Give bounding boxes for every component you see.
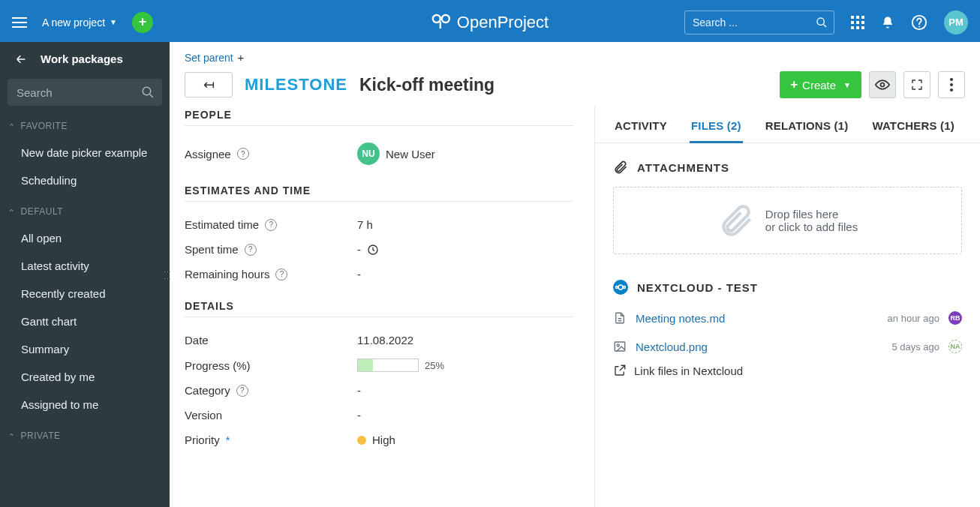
field-estimated-time[interactable]: Estimated time? 7 h [185,212,573,237]
wp-title[interactable]: Kick-off meeting [359,75,495,95]
global-create-button[interactable]: + [132,12,153,33]
set-parent-link[interactable]: Set parent + [170,42,980,67]
chevron-up-icon: ⌄ [8,122,15,131]
field-value: - [357,243,361,256]
svg-point-15 [881,83,885,87]
progress-bar [357,358,419,372]
create-button[interactable]: + Create ▼ [780,71,861,98]
field-assignee[interactable]: Assignee? NU New User [185,136,573,171]
wp-back-button[interactable]: ↤ [185,72,233,98]
field-remaining-hours[interactable]: Remaining hours? - [185,262,573,286]
app-logo[interactable]: OpenProject [431,13,549,32]
file-time: 5 days ago [891,341,939,352]
field-value: - [357,384,573,397]
help-icon[interactable]: ? [265,219,277,231]
notifications-icon[interactable] [881,16,894,29]
sidebar-back-icon[interactable] [14,53,29,65]
user-avatar[interactable]: PM [944,10,968,34]
search-icon [141,86,155,99]
svg-rect-6 [851,21,854,24]
sidebar-title: Work packages [41,52,123,65]
sidebar-item[interactable]: Gantt chart [0,308,170,335]
global-search-input[interactable] [693,16,811,28]
help-icon[interactable]: ? [237,148,249,160]
apps-grid-icon[interactable] [851,16,864,29]
sidebar-group-default[interactable]: ⌄ DEFAULT [0,202,170,221]
field-progress[interactable]: Progress (%) 25% [185,352,573,378]
field-spent-time[interactable]: Spent time? - [185,237,573,262]
hamburger-menu-icon[interactable] [12,17,27,28]
clock-icon[interactable] [367,244,379,256]
field-label: Spent time [185,243,239,256]
svg-point-20 [618,285,623,290]
tab-activity[interactable]: ACTIVITY [613,119,669,142]
group-label: PRIVATE [21,430,61,441]
chevron-down-icon: ▼ [110,18,117,26]
file-author-avatar: RB [948,311,962,325]
tab-files[interactable]: FILES (2) [690,119,743,143]
help-icon[interactable] [911,14,927,31]
sidebar-item[interactable]: Created by me [0,363,170,391]
sidebar-group-favorite[interactable]: ⌄ FAVORITE [0,116,170,136]
sidebar-item[interactable]: All open [0,224,170,252]
sidebar-item[interactable]: Recently created [0,280,170,308]
global-search[interactable] [684,10,834,34]
svg-rect-7 [856,21,859,24]
fullscreen-button[interactable] [903,71,930,98]
svg-rect-9 [851,26,854,29]
nextcloud-file[interactable]: Nextcloud.png 5 days ago NA [613,335,962,364]
expand-icon [911,79,923,91]
field-label: Priority [185,434,220,446]
plus-icon: + [238,51,245,64]
file-name[interactable]: Nextcloud.png [636,340,708,353]
eye-icon [875,77,890,92]
link-nextcloud-files[interactable]: Link files in Nextcloud [613,364,962,377]
field-category[interactable]: Category? - [185,378,573,403]
attachment-dropzone[interactable]: Drop files here or click to add files [613,187,962,254]
more-menu-button[interactable] [938,71,965,98]
svg-point-22 [624,286,626,289]
side-tabs: ACTIVITY FILES (2) RELATIONS (1) WATCHER… [595,106,980,143]
chevron-down-icon: ▼ [843,81,851,89]
file-author-avatar: NA [948,340,962,353]
field-label: Date [185,334,357,346]
help-icon[interactable]: ? [275,268,287,280]
watch-button[interactable] [869,71,896,98]
search-icon [816,16,828,28]
assignee-avatar: NU [357,142,380,165]
create-label: Create [802,79,836,92]
help-icon[interactable]: ? [236,385,248,397]
group-label: DEFAULT [21,206,64,217]
link-action-label: Link files in Nextcloud [634,364,743,377]
sidebar-item[interactable]: New date picker example [0,139,170,166]
field-priority[interactable]: Priority * High [185,428,573,452]
sidebar-search-input[interactable] [8,79,162,106]
field-date[interactable]: Date 11.08.2022 [185,328,573,352]
open-link-icon [613,364,627,377]
field-label: Progress (%) [185,359,357,372]
nextcloud-header: NEXTCLOUD - TEST [613,280,962,295]
sidebar-group-private[interactable]: ⌄ PRIVATE [0,426,170,446]
help-icon[interactable]: ? [245,244,257,256]
sidebar-item[interactable]: Scheduling [0,166,170,194]
section-details: DETAILS [185,294,573,317]
nextcloud-file[interactable]: Meeting notes.md an hour ago RB [613,307,962,335]
favorite-list: New date picker example Scheduling [0,136,170,202]
sidebar-item[interactable]: Latest activity [0,252,170,280]
project-selector[interactable]: A new project ▼ [42,16,117,28]
chevron-up-icon: ⌄ [8,431,15,441]
tab-relations[interactable]: RELATIONS (1) [764,119,850,142]
plus-icon: + [790,77,798,92]
field-version[interactable]: Version - [185,403,573,428]
svg-point-21 [616,286,618,289]
sidebar-item[interactable]: Summary [0,335,170,363]
tab-watchers[interactable]: WATCHERS (1) [870,119,956,142]
wp-type[interactable]: MILESTONE [245,75,347,94]
field-label: Remaining hours [185,268,269,280]
field-value: High [372,434,395,446]
svg-point-1 [442,15,449,22]
image-icon [613,340,627,353]
sidebar-item[interactable]: Assigned to me [0,391,170,418]
file-name[interactable]: Meeting notes.md [636,312,725,325]
field-label: Assignee [185,148,231,160]
